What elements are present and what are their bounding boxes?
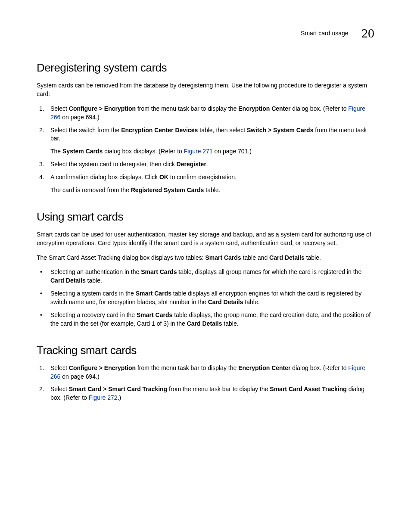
figure-link[interactable]: Figure 271 (184, 148, 213, 155)
bold-text: Smart Cards (141, 268, 177, 275)
text: table. (305, 254, 321, 261)
text: Select the switch from the (50, 127, 121, 134)
body-paragraph: Smart cards can be used for user authent… (37, 230, 374, 248)
list-item: Selecting a system cards in the Smart Ca… (37, 289, 374, 307)
list-item: Select Smart Card > Smart Card Tracking … (37, 385, 374, 402)
running-header: Smart card usage 20 (37, 26, 374, 40)
bold-text: Configure > Encryption (69, 105, 136, 112)
bold-text: Smart Card > Smart Card Tracking (69, 386, 167, 392)
text: Select (50, 386, 69, 392)
list-item: Select the system card to deregister, th… (37, 160, 374, 169)
header-chapter-number: 20 (361, 26, 374, 40)
bold-text: Registered System Cards (131, 187, 204, 193)
text: Selecting a system cards in the (50, 290, 136, 297)
text: from the menu task bar to display the (136, 105, 238, 112)
text: on page 694.) (60, 114, 99, 121)
text: table and (241, 254, 269, 261)
bold-text: Smart Cards (136, 290, 171, 297)
bold-text: Card Details (187, 320, 222, 327)
body-paragraph: The Smart Card Asset Tracking dialog box… (37, 254, 374, 262)
using-bullets: Selecting an authentication in the Smart… (37, 268, 374, 328)
text: table, displays all group names for whic… (177, 268, 361, 275)
tracking-steps: Select Configure > Encryption from the m… (37, 364, 374, 403)
bold-text: Card Details (208, 299, 243, 305)
bold-text: Switch > System Cards (247, 127, 313, 134)
page: Smart card usage 20 Deregistering system… (0, 0, 411, 434)
heading-tracking: Tracking smart cards (37, 344, 374, 357)
list-item: Select Configure > Encryption from the m… (37, 364, 374, 381)
text: dialog box displays. (Refer to (103, 148, 184, 155)
text: Select (50, 364, 69, 371)
text: A confirmation dialog box displays. Clic… (50, 174, 159, 180)
header-section-label: Smart card usage (301, 30, 349, 37)
text: on page 701.) (213, 148, 252, 155)
bold-text: Card Details (269, 254, 305, 261)
text: The Smart Card Asset Tracking dialog box… (37, 254, 205, 261)
text: from the menu task bar to display the (136, 364, 238, 371)
list-item: Selecting a recovery card in the Smart C… (37, 311, 374, 328)
heading-using: Using smart cards (37, 210, 374, 224)
text: dialog box. (Refer to (290, 364, 348, 371)
figure-link[interactable]: Figure 272 (89, 394, 118, 401)
bold-text: Deregister (177, 161, 206, 168)
bold-text: Smart Cards (205, 254, 241, 261)
text: Select (50, 105, 69, 112)
text: dialog box. (Refer to (290, 105, 348, 112)
deregister-steps: Select Configure > Encryption from the m… (37, 105, 374, 195)
text: table, then select (198, 127, 247, 134)
bold-text: Encryption Center (238, 105, 290, 112)
list-item: A confirmation dialog box displays. Clic… (37, 173, 374, 195)
text: table. (243, 299, 259, 305)
bold-text: Card Details (50, 277, 86, 284)
sub-paragraph: The System Cards dialog box displays. (R… (50, 147, 374, 156)
bold-text: Smart Card Asset Tracking (270, 386, 346, 392)
bold-text: Encryption Center Devices (121, 127, 198, 134)
list-item: Selecting an authentication in the Smart… (37, 268, 374, 285)
text: to confirm deregistration. (168, 174, 237, 180)
bold-text: Configure > Encryption (69, 364, 136, 371)
text: The (50, 148, 62, 155)
sub-paragraph: The card is removed from the Registered … (50, 186, 374, 195)
text: from the menu task bar to display the (167, 386, 270, 392)
text: table. (222, 320, 238, 327)
bold-text: OK (159, 174, 168, 180)
text: on page 694.) (60, 373, 99, 380)
text: Select the system card to deregister, th… (50, 161, 177, 168)
text: Selecting an authentication in the (50, 268, 141, 275)
text: The card is removed from the (50, 187, 131, 193)
intro-paragraph: System cards can be removed from the dat… (37, 81, 374, 99)
bold-text: System Cards (62, 148, 103, 155)
list-item: Select Configure > Encryption from the m… (37, 105, 374, 122)
text: .) (118, 394, 121, 401)
heading-deregistering: Deregistering system cards (37, 61, 374, 75)
text: table. (204, 187, 220, 193)
text: Selecting a recovery card in the (50, 311, 137, 318)
bold-text: Encryption Center (238, 364, 290, 371)
text: table. (86, 277, 102, 284)
bold-text: Smart Cards (137, 311, 172, 318)
list-item: Select the switch from the Encryption Ce… (37, 126, 374, 156)
text: . (206, 161, 208, 168)
